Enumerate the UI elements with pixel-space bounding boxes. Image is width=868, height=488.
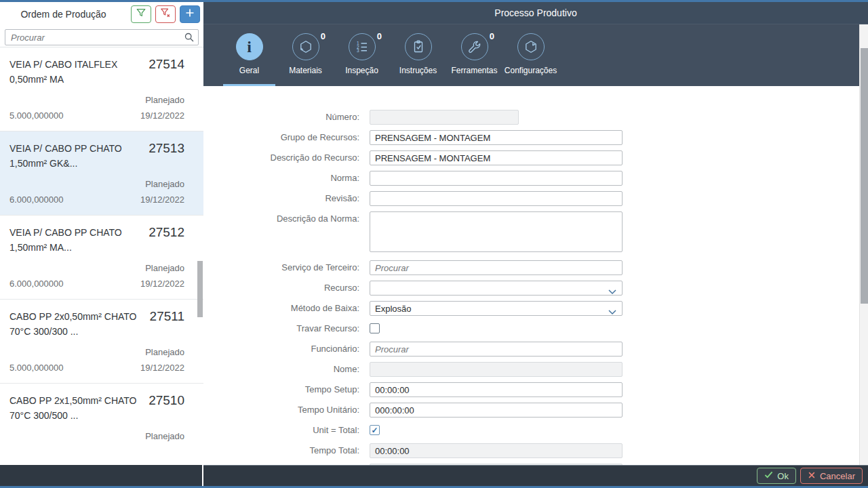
dialog-header: Processo Produtivo bbox=[203, 2, 868, 24]
add-order-button[interactable] bbox=[180, 5, 200, 23]
nome-input bbox=[370, 362, 623, 377]
sidebar-scrollbar[interactable] bbox=[197, 261, 203, 317]
wrench-icon bbox=[461, 33, 488, 60]
ok-button[interactable]: Ok bbox=[757, 468, 796, 484]
travar-recurso-checkbox[interactable] bbox=[370, 323, 380, 333]
production-order-list: VEIA P/ CABO ITALFLEX 0,50mm² MA 27514 P… bbox=[0, 47, 203, 447]
dialog-title: Processo Produtivo bbox=[494, 7, 576, 18]
order-status: Planejado bbox=[9, 262, 184, 274]
ok-button-label: Ok bbox=[777, 471, 789, 481]
tab-ferramentas[interactable]: 0 Ferramentas bbox=[446, 24, 502, 86]
add-icon bbox=[184, 7, 195, 21]
tab-instrucoes[interactable]: Instruções bbox=[390, 24, 446, 86]
geral-form: Número: Grupo de Recursos: Descrição do … bbox=[203, 86, 868, 479]
field-label-unit-total: Unit = Total: bbox=[203, 423, 370, 438]
clipboard-check-icon bbox=[405, 33, 432, 60]
order-title: VEIA P/ CABO PP CHATO 1,50mm² GK&... bbox=[9, 141, 149, 171]
tab-geral[interactable]: Geral bbox=[221, 24, 277, 86]
top-accent-bar bbox=[0, 0, 868, 2]
cancel-button[interactable]: Cancelar bbox=[800, 468, 863, 484]
descricao-do-recurso-input[interactable] bbox=[370, 150, 623, 165]
dialog-footer: Ok Cancelar bbox=[203, 465, 868, 486]
field-label-descricao-norma: Descrição da Norma: bbox=[203, 211, 370, 255]
order-list-item[interactable]: VEIA P/ CABO PP CHATO 1,50mm² GK&... 275… bbox=[0, 131, 203, 216]
unit-total-checkbox[interactable] bbox=[370, 425, 380, 435]
filter-icon bbox=[136, 7, 146, 21]
tempo-unitario-input[interactable] bbox=[370, 403, 623, 418]
field-label-grupo-recursos: Grupo de Recursos: bbox=[203, 130, 370, 145]
order-status: Planejado bbox=[9, 178, 184, 190]
order-list-item[interactable]: CABO PP 2x1,50mm² CHATO 70°C 300/500 ...… bbox=[0, 384, 203, 447]
sidebar-search-row bbox=[0, 26, 203, 47]
check-icon bbox=[764, 470, 773, 481]
order-number: 27511 bbox=[150, 309, 184, 339]
order-number: 27512 bbox=[149, 225, 184, 255]
tempo-setup-input[interactable] bbox=[370, 382, 623, 397]
field-label-tempo-setup: Tempo Setup: bbox=[203, 382, 370, 397]
field-label-tempo-total: Tempo Total: bbox=[203, 443, 370, 458]
recurso-select[interactable] bbox=[370, 281, 623, 296]
order-date: 19/12/2022 bbox=[140, 362, 184, 374]
order-quantity: 6.000,000000 bbox=[9, 446, 64, 447]
order-date: 19/12/2022 bbox=[140, 110, 184, 122]
funcionario-input[interactable] bbox=[370, 342, 623, 357]
tab-inspecao[interactable]: 0 123 Inspeção bbox=[334, 24, 390, 86]
dialog-scrollbar[interactable] bbox=[859, 24, 868, 465]
servico-de-terceiro-input[interactable] bbox=[370, 260, 623, 275]
order-list-item[interactable]: VEIA P/ CABO ITALFLEX 0,50mm² MA 27514 P… bbox=[0, 47, 203, 131]
settings-hexagon-icon bbox=[517, 33, 545, 60]
tab-label: Configurações bbox=[505, 66, 557, 75]
close-icon bbox=[808, 471, 816, 481]
dialog-content: Número: Grupo de Recursos: Descrição do … bbox=[203, 86, 868, 486]
norma-input[interactable] bbox=[370, 171, 623, 186]
sidebar-title: Ordem de Produção bbox=[0, 9, 127, 20]
sidebar-header: Ordem de Produção bbox=[0, 2, 203, 26]
sidebar: Ordem de Produção bbox=[0, 2, 203, 486]
order-list-item[interactable]: VEIA P/ CABO PP CHATO 1,50mm² MA... 2751… bbox=[0, 216, 203, 300]
tab-label: Inspeção bbox=[345, 66, 378, 75]
field-label-nome: Nome: bbox=[203, 362, 370, 377]
grupo-de-recursos-input[interactable] bbox=[370, 130, 623, 145]
dialog-scrollbar-thumb[interactable] bbox=[861, 48, 868, 304]
revisao-input[interactable] bbox=[370, 191, 623, 206]
metodo-de-baixa-select[interactable] bbox=[370, 301, 623, 316]
tab-materiais[interactable]: 0 Materiais bbox=[277, 24, 334, 86]
search-input[interactable] bbox=[5, 29, 199, 45]
search-icon[interactable] bbox=[184, 32, 195, 45]
descricao-da-norma-textarea[interactable] bbox=[370, 211, 623, 252]
processo-produtivo-dialog: Processo Produtivo Geral 0 Materiais 0 1… bbox=[203, 2, 868, 486]
order-number: 27514 bbox=[149, 57, 184, 87]
tab-badge: 0 bbox=[377, 31, 382, 41]
clear-filter-button[interactable] bbox=[155, 5, 176, 23]
numbered-list-icon: 123 bbox=[349, 33, 376, 60]
field-label-servico-terceiro: Serviço de Terceiro: bbox=[203, 260, 370, 275]
order-date: 19/12/2022 bbox=[140, 446, 184, 447]
order-status: Planejado bbox=[9, 430, 184, 443]
order-number: 27513 bbox=[149, 141, 184, 171]
tab-configuracoes[interactable]: Configurações bbox=[502, 24, 559, 86]
filter-clear-icon bbox=[160, 7, 171, 21]
order-list-item[interactable]: CABO PP 2x0,50mm² CHATO 70°C 300/300 ...… bbox=[0, 300, 203, 384]
tab-label: Ferramentas bbox=[451, 66, 497, 75]
tab-label: Instruções bbox=[399, 66, 437, 75]
order-number: 27510 bbox=[149, 393, 184, 423]
tab-badge: 0 bbox=[321, 31, 326, 41]
cancel-button-label: Cancelar bbox=[820, 471, 855, 481]
order-title: VEIA P/ CABO PP CHATO 1,50mm² MA... bbox=[9, 225, 149, 255]
tab-label: Materiais bbox=[289, 66, 322, 75]
materials-hexagon-icon bbox=[292, 33, 319, 60]
tab-label: Geral bbox=[239, 66, 259, 75]
order-title: CABO PP 2x0,50mm² CHATO 70°C 300/300 ... bbox=[9, 309, 150, 339]
info-icon bbox=[236, 33, 263, 60]
field-label-travar-recurso: Travar Recurso: bbox=[203, 321, 370, 336]
field-label-tempo-unitario: Tempo Unitário: bbox=[203, 403, 370, 418]
order-date: 19/12/2022 bbox=[140, 278, 184, 290]
filter-button[interactable] bbox=[131, 5, 151, 23]
order-quantity: 6.000,000000 bbox=[9, 278, 64, 290]
app-window: Ordem de Produção bbox=[0, 0, 868, 488]
field-label-funcionario: Funcionário: bbox=[203, 342, 370, 357]
order-date: 19/12/2022 bbox=[140, 194, 184, 206]
field-label-revisao: Revisão: bbox=[203, 191, 370, 206]
order-quantity: 5.000,000000 bbox=[9, 110, 64, 122]
svg-text:3: 3 bbox=[357, 48, 359, 53]
